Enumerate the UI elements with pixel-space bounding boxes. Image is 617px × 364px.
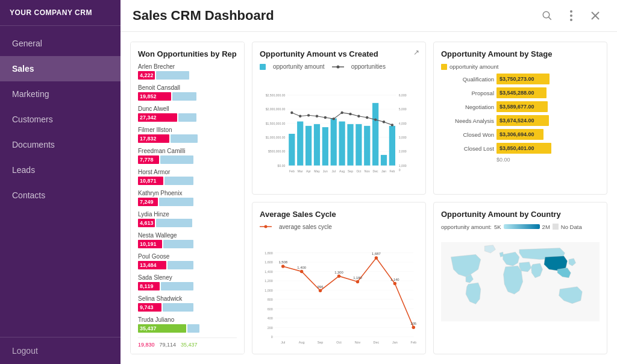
svg-text:1,000: 1,000 <box>265 288 273 292</box>
stage-label: Closed Lost <box>441 145 494 152</box>
rep-name: Horst Armor <box>138 169 237 175</box>
won-opps-title: Won Opportunities by Rep <box>138 49 237 58</box>
svg-point-37 <box>307 114 310 116</box>
svg-point-90 <box>281 265 284 268</box>
stage-bar: $3,306,694.00 <box>496 129 543 140</box>
rep-row: Benoit Cansdall19,852 <box>138 84 237 101</box>
rep-name: Kathryn Phoenix <box>138 190 237 196</box>
sidebar-item-customers[interactable]: Customers <box>0 107 121 132</box>
sidebar-item-marketing[interactable]: Marketing <box>0 81 121 107</box>
svg-rect-26 <box>322 127 328 166</box>
svg-text:$500,000.00: $500,000.00 <box>268 149 286 153</box>
rep-row: Lydia Hinze4,613 <box>138 211 237 227</box>
rep-bars: 7,249 <box>138 198 237 206</box>
svg-text:6,000: 6,000 <box>399 93 407 97</box>
svg-text:3,000: 3,000 <box>399 136 407 139</box>
svg-point-95 <box>375 256 378 259</box>
svg-point-35 <box>290 111 293 114</box>
rep-name: Filmer Illston <box>138 127 237 133</box>
svg-point-45 <box>374 118 377 121</box>
rep-bars: 7,778 <box>138 155 237 164</box>
svg-text:Apr: Apr <box>306 169 311 173</box>
svg-text:Feb: Feb <box>411 340 416 344</box>
legend-bar-label: opportunity amount <box>273 63 325 70</box>
more-button[interactable] <box>562 6 581 25</box>
svg-text:Dec: Dec <box>373 169 379 173</box>
stage-label: Qualification <box>441 76 494 83</box>
rep-bars: 13,484 <box>138 261 237 269</box>
bar-value: 7,249 <box>140 199 154 205</box>
svg-text:5,000: 5,000 <box>399 107 407 111</box>
svg-text:Mar: Mar <box>298 169 303 173</box>
logout-button[interactable]: Logout <box>0 337 121 364</box>
bar-blue <box>160 155 193 164</box>
bar-red: 10,191 <box>138 240 162 248</box>
stage-x-label: $0.00 <box>441 157 600 163</box>
sidebar-item-documents[interactable]: Documents <box>0 132 121 157</box>
svg-rect-24 <box>305 126 312 166</box>
stage-label: Closed Won <box>441 131 494 138</box>
rep-row: Nesta Wallege10,191 <box>138 232 237 248</box>
svg-text:Sep: Sep <box>318 340 324 344</box>
opp-vs-created-card: Opportunity Amount vs Created ↗ opportun… <box>252 42 426 195</box>
rep-row: Poul Goose13,484 <box>138 253 237 269</box>
bar-value: 17,832 <box>140 136 157 142</box>
close-button[interactable] <box>586 6 605 25</box>
svg-text:$0.00: $0.00 <box>278 164 286 168</box>
svg-text:$1,000,000.00: $1,000,000.00 <box>266 136 286 139</box>
svg-point-40 <box>333 118 335 120</box>
country-legend-max: 2M <box>542 224 550 230</box>
footer-blue: 79,114 <box>160 342 177 348</box>
svg-rect-32 <box>372 103 378 166</box>
stage-row: Proposal$3,545,288.00 <box>441 87 600 98</box>
svg-text:Dec: Dec <box>374 340 380 344</box>
svg-text:0: 0 <box>271 335 273 339</box>
bar-blue <box>171 134 198 143</box>
sidebar-item-leads[interactable]: Leads <box>0 157 121 183</box>
opp-by-stage-title: Opportunity Amount by Stage <box>441 49 600 58</box>
svg-text:$1,500,000.00: $1,500,000.00 <box>266 122 286 125</box>
svg-text:1,508: 1,508 <box>278 260 287 264</box>
sidebar-item-sales[interactable]: Sales <box>0 56 121 81</box>
rep-bars: 4,613 <box>138 219 237 227</box>
filter-button[interactable] <box>537 6 557 25</box>
rep-name: Lydia Hinze <box>138 211 237 218</box>
bar-green: 35,437 <box>138 324 186 333</box>
svg-text:Feb: Feb <box>389 169 395 173</box>
svg-point-42 <box>349 113 351 115</box>
sidebar-logo: YOUR COMPANY CRM <box>0 0 121 26</box>
svg-text:1,300: 1,300 <box>334 270 343 274</box>
svg-point-46 <box>383 121 385 123</box>
rep-row: Dunc Alwell27,342 <box>138 105 237 122</box>
rep-bars: 10,871 <box>138 177 237 185</box>
expand-icon[interactable]: ↗ <box>413 48 419 57</box>
svg-point-39 <box>324 116 327 119</box>
bar-blue <box>172 92 196 101</box>
stage-row: Needs Analysis$3,674,524.00 <box>441 115 600 126</box>
stage-row: Negotiation$3,589,677.00 <box>441 101 600 112</box>
stage-row: Closed Won$3,306,694.00 <box>441 129 600 140</box>
svg-text:Nov: Nov <box>355 340 361 344</box>
rep-row: Freedman Camilli7,778 <box>138 148 237 164</box>
bar-value: 35,437 <box>140 325 157 331</box>
svg-text:Oct: Oct <box>356 169 362 173</box>
svg-text:$2,500,000.00: $2,500,000.00 <box>266 93 286 97</box>
stage-bar: $3,750,273.00 <box>496 74 550 84</box>
svg-point-4 <box>570 14 572 17</box>
rep-name: Nesta Wallege <box>138 232 237 239</box>
rep-bars: 8,119 <box>138 282 237 290</box>
sidebar-item-general[interactable]: General <box>0 31 121 56</box>
svg-point-44 <box>366 116 368 119</box>
bar-red: 8,119 <box>138 282 160 290</box>
bar-red: 13,484 <box>138 261 166 269</box>
svg-text:Jul: Jul <box>281 340 285 344</box>
bar-blue <box>163 303 193 312</box>
sidebar-item-contacts[interactable]: Contacts <box>0 183 121 208</box>
legend-bar-dot <box>260 64 266 70</box>
svg-text:1,400: 1,400 <box>297 265 306 269</box>
bar-value: 10,871 <box>140 178 157 184</box>
avg-cycle-legend-label: average sales cycle <box>279 224 332 230</box>
rep-row: Selina Shadwick9,743 <box>138 295 237 312</box>
legend-line-label: opportunities <box>351 63 386 70</box>
rep-bars: 4,222 <box>138 71 237 80</box>
